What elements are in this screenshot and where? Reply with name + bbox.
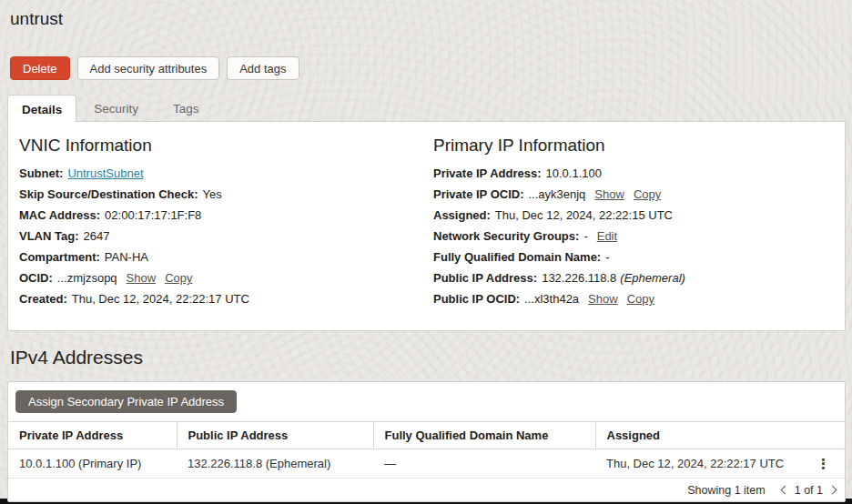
field-assigned: Assigned:Thu, Dec 12, 2024, 22:22:15 UTC bbox=[433, 209, 834, 222]
cell-public-ip: 132.226.118.8 (Ephemeral) bbox=[177, 449, 373, 479]
field-value: ...xl3th42a bbox=[524, 292, 579, 306]
pagination-page-label: 1 of 1 bbox=[795, 484, 823, 497]
field-label: Subnet: bbox=[19, 166, 63, 180]
column-header-private-ip[interactable]: Private IP Address bbox=[8, 422, 177, 449]
field-value: 2647 bbox=[83, 229, 109, 243]
field-value: 10.0.1.100 bbox=[546, 166, 602, 180]
chevron-left-icon[interactable] bbox=[780, 486, 789, 495]
pagination-controls: 1 of 1 bbox=[782, 484, 836, 497]
ipv4-table-toolbar: Assign Secondary Private IP Address bbox=[8, 382, 845, 421]
field-network-security-groups: Network Security Groups:-Edit bbox=[433, 230, 834, 243]
field-public-ip: Public IP Address:132.226.118.8(Ephemera… bbox=[433, 272, 834, 285]
vnic-info-heading: VNIC Information bbox=[19, 136, 433, 156]
field-subnet: Subnet:UntrustSubnet bbox=[19, 167, 433, 180]
vnic-details-page: untrust Delete Add security attributes A… bbox=[0, 0, 852, 502]
field-label: OCID: bbox=[19, 271, 53, 285]
ipv4-addresses-heading: IPv4 Addresses bbox=[10, 347, 846, 368]
field-public-ip-ocid: Public IP OCID:...xl3th42aShowCopy bbox=[433, 293, 834, 306]
primary-ip-section: Primary IP Information Private IP Addres… bbox=[433, 136, 834, 314]
field-label: MAC Address: bbox=[19, 208, 100, 222]
tab-details[interactable]: Details bbox=[7, 95, 76, 122]
pagination-summary: Showing 1 item bbox=[687, 484, 765, 497]
delete-button[interactable]: Delete bbox=[10, 56, 70, 80]
field-value: - bbox=[583, 229, 587, 243]
field-label: Private IP Address: bbox=[433, 166, 542, 180]
vnic-info-section: VNIC Information Subnet:UntrustSubnet Sk… bbox=[19, 136, 433, 314]
assign-secondary-ip-button[interactable]: Assign Secondary Private IP Address bbox=[15, 390, 237, 413]
field-skip-check: Skip Source/Destination Check:Yes bbox=[19, 188, 433, 201]
field-value: Thu, Dec 12, 2024, 22:22:17 UTC bbox=[72, 292, 249, 306]
ipv4-addresses-panel: Assign Secondary Private IP Address Priv… bbox=[7, 381, 846, 502]
field-private-ip-ocid: Private IP OCID:...ayk3enjqShowCopy bbox=[433, 188, 834, 201]
field-value-qualifier: (Ephemeral) bbox=[620, 271, 685, 285]
field-label: Private IP OCID: bbox=[433, 187, 523, 201]
add-security-attributes-button[interactable]: Add security attributes bbox=[77, 56, 220, 80]
field-vlan-tag: VLAN Tag:2647 bbox=[19, 230, 433, 243]
field-value: ...ayk3enjq bbox=[528, 187, 585, 201]
add-tags-button[interactable]: Add tags bbox=[227, 56, 299, 80]
field-ocid: OCID:...zmjzsopqShowCopy bbox=[19, 272, 433, 285]
cell-fqdn: — bbox=[373, 449, 595, 479]
chevron-right-icon[interactable] bbox=[828, 486, 837, 495]
field-label: VLAN Tag: bbox=[19, 229, 78, 243]
details-panel: VNIC Information Subnet:UntrustSubnet Sk… bbox=[7, 121, 846, 331]
table-footer: Showing 1 item 1 of 1 bbox=[8, 479, 845, 501]
show-link[interactable]: Show bbox=[127, 271, 157, 285]
field-value: PAN-HA bbox=[105, 250, 148, 264]
field-mac-address: MAC Address:02:00:17:17:1F:F8 bbox=[19, 209, 433, 222]
tab-tags[interactable]: Tags bbox=[156, 95, 217, 121]
field-label: Network Security Groups: bbox=[433, 229, 579, 243]
cell-private-ip: 10.0.1.100 (Primary IP) bbox=[8, 449, 177, 479]
primary-ip-heading: Primary IP Information bbox=[433, 136, 834, 156]
kebab-menu-icon[interactable]: ⋮ bbox=[813, 459, 834, 469]
field-value: 02:00:17:17:1F:F8 bbox=[105, 208, 201, 222]
field-label: Assigned: bbox=[433, 208, 491, 222]
column-header-fqdn[interactable]: Fully Qualified Domain Name bbox=[373, 422, 595, 449]
column-header-public-ip[interactable]: Public IP Address bbox=[177, 422, 373, 449]
field-value: Thu, Dec 12, 2024, 22:22:15 UTC bbox=[495, 208, 673, 222]
edit-link[interactable]: Edit bbox=[597, 229, 617, 243]
subnet-link[interactable]: UntrustSubnet bbox=[67, 166, 143, 180]
show-link[interactable]: Show bbox=[588, 292, 618, 306]
field-value: ...zmjzsopq bbox=[57, 271, 117, 285]
column-header-assigned[interactable]: Assigned bbox=[595, 422, 845, 449]
ipv4-addresses-table: Private IP Address Public IP Address Ful… bbox=[8, 421, 845, 479]
field-created: Created:Thu, Dec 12, 2024, 22:22:17 UTC bbox=[19, 293, 433, 306]
table-row: 10.0.1.100 (Primary IP) 132.226.118.8 (E… bbox=[8, 449, 845, 479]
field-fqdn: Fully Qualified Domain Name:- bbox=[433, 251, 834, 264]
copy-link[interactable]: Copy bbox=[634, 187, 661, 201]
field-private-ip: Private IP Address:10.0.1.100 bbox=[433, 167, 834, 180]
copy-link[interactable]: Copy bbox=[627, 292, 654, 306]
page-title: untrust bbox=[10, 9, 846, 29]
field-compartment: Compartment:PAN-HA bbox=[19, 251, 433, 264]
copy-link[interactable]: Copy bbox=[165, 271, 192, 285]
tab-security[interactable]: Security bbox=[76, 95, 156, 121]
tab-bar: Details Security Tags bbox=[7, 95, 846, 121]
field-label: Created: bbox=[19, 292, 67, 306]
field-value: - bbox=[605, 250, 609, 264]
table-header-row: Private IP Address Public IP Address Ful… bbox=[8, 422, 845, 449]
field-label: Public IP Address: bbox=[433, 271, 537, 285]
field-label: Skip Source/Destination Check: bbox=[19, 187, 198, 201]
field-label: Fully Qualified Domain Name: bbox=[433, 250, 601, 264]
cell-assigned: Thu, Dec 12, 2024, 22:22:17 UTC bbox=[606, 457, 784, 470]
field-label: Public IP OCID: bbox=[433, 292, 520, 306]
field-label: Compartment: bbox=[19, 250, 100, 264]
show-link[interactable]: Show bbox=[594, 187, 624, 201]
field-value: Yes bbox=[203, 187, 222, 201]
action-bar: Delete Add security attributes Add tags bbox=[10, 56, 846, 80]
field-value: 132.226.118.8 bbox=[542, 271, 616, 285]
